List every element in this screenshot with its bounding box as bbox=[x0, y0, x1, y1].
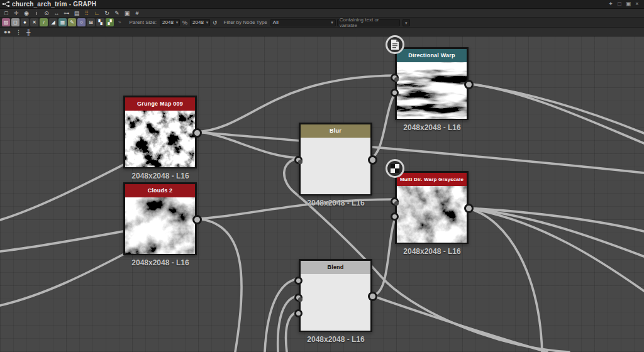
bitmap-node-icon[interactable]: ▨ bbox=[2, 18, 10, 26]
window-title: church_arch_trim - GRAPH bbox=[12, 1, 96, 8]
output-port[interactable] bbox=[464, 204, 474, 213]
noise-node-icon[interactable]: ▚ bbox=[96, 18, 104, 26]
panel-icon[interactable]: ▤ bbox=[72, 10, 81, 17]
fit-view-icon[interactable]: ↔ bbox=[52, 10, 61, 17]
node-clouds-2[interactable]: Clouds 2 bbox=[123, 182, 197, 255]
input-port[interactable] bbox=[294, 156, 303, 164]
port-dot bbox=[394, 77, 399, 82]
node-header: Multi Dir. Warp Grayscale bbox=[397, 173, 467, 186]
substance-graph-window: church_arch_trim - GRAPH ✦ □ ▣ × □ ✛ ◉ i… bbox=[0, 0, 644, 352]
node-size-label: 2048x2048 - L16 bbox=[289, 335, 383, 344]
filter-label: Filter by Node Type bbox=[224, 19, 267, 25]
close-icon[interactable]: × bbox=[633, 0, 641, 8]
port-dot bbox=[298, 160, 303, 164]
graph-canvas[interactable]: Grunge Map 009 2048x2048 - L16 Clouds 2 … bbox=[0, 36, 644, 352]
checker-icon bbox=[386, 159, 404, 178]
search-options-button[interactable]: ▾ bbox=[402, 19, 410, 26]
link-nodes-icon[interactable]: ⊶ bbox=[62, 10, 71, 17]
parent-size-width-value: 2048 bbox=[162, 19, 174, 25]
node-blur[interactable]: Blur bbox=[299, 123, 372, 195]
node-size-label: 2048x2048 - L16 bbox=[385, 247, 479, 256]
tools-icon[interactable]: ✎ bbox=[113, 10, 121, 17]
output-port[interactable] bbox=[368, 155, 377, 165]
node-header: Directional Warp bbox=[397, 49, 467, 62]
input-port[interactable] bbox=[294, 277, 303, 285]
node-blend[interactable]: Blend bbox=[299, 259, 372, 332]
tile-node-icon[interactable]: ⊞ bbox=[87, 18, 95, 26]
wire bbox=[467, 84, 644, 133]
align-nodes-icon[interactable]: ╫ bbox=[26, 28, 30, 36]
corner-link-icon[interactable]: ∟ bbox=[92, 10, 101, 17]
image-view-icon[interactable]: ▣ bbox=[123, 10, 131, 17]
pan-icon[interactable]: ✛ bbox=[12, 10, 21, 17]
zoom-icon[interactable]: ⊙ bbox=[42, 10, 51, 17]
generator-node-icon[interactable]: ▞ bbox=[106, 18, 114, 26]
parent-size-height-value: 2048 bbox=[192, 19, 204, 25]
node-size-label: 2048x2048 - L16 bbox=[113, 172, 208, 180]
frame-select-icon[interactable]: □ bbox=[2, 10, 11, 17]
dock-vertical-icon[interactable]: ⋮ bbox=[16, 28, 21, 36]
dots-grid-icon[interactable]: ⠿ bbox=[82, 10, 91, 17]
port-dot bbox=[394, 201, 399, 206]
info-icon[interactable]: i bbox=[32, 10, 41, 17]
chevron-down-icon: ▾ bbox=[176, 20, 179, 25]
wire bbox=[197, 219, 242, 352]
shuffle-node-icon[interactable]: ✕ bbox=[30, 18, 38, 26]
node-size-label: 2048x2048 - L16 bbox=[289, 199, 383, 207]
link-ratio-icon[interactable]: % bbox=[181, 19, 189, 26]
node-preview bbox=[301, 138, 370, 194]
transform-node-icon[interactable]: ▦ bbox=[58, 18, 67, 26]
gradient-node-icon[interactable]: ✎ bbox=[68, 18, 76, 26]
port-dot bbox=[298, 297, 303, 302]
pin-icon[interactable]: ✦ bbox=[606, 0, 615, 8]
parent-size-width-select[interactable]: 2048 ▾ bbox=[160, 19, 180, 26]
blur-node-icon[interactable]: ◢ bbox=[49, 18, 57, 26]
node-directional-warp[interactable]: Directional Warp bbox=[395, 47, 469, 120]
input-port[interactable] bbox=[294, 294, 303, 302]
display-toolbar: ●● ⋮ ╫ bbox=[0, 28, 644, 36]
node-header: Blend bbox=[301, 261, 370, 274]
dock-horizontal-icon[interactable]: ●● bbox=[4, 28, 11, 36]
node-grunge-map-009[interactable]: Grunge Map 009 bbox=[123, 96, 197, 168]
parent-size-height-select[interactable]: 2048 ▾ bbox=[190, 19, 210, 26]
node-size-label: 2048x2048 - L16 bbox=[113, 258, 208, 267]
output-port[interactable] bbox=[464, 80, 474, 89]
expand-icon[interactable]: » bbox=[115, 19, 124, 25]
node-size-label: 2048x2048 - L16 bbox=[385, 123, 479, 132]
graph-icon bbox=[3, 1, 9, 7]
maximize-icon[interactable]: □ bbox=[615, 0, 624, 8]
node-header: Clouds 2 bbox=[125, 184, 195, 197]
wire bbox=[467, 208, 644, 291]
node-toolbar: ▨ ◻ ● ✕ / ◢ ▦ ✎ ○ ⊞ ▚ ▞ » Parent Size: 2… bbox=[0, 18, 644, 28]
output-port[interactable] bbox=[192, 128, 202, 138]
rotate-icon[interactable]: ↻ bbox=[103, 10, 111, 17]
document-icon bbox=[386, 35, 404, 54]
input-port[interactable] bbox=[391, 212, 399, 221]
output-port[interactable] bbox=[368, 292, 377, 301]
node-preview bbox=[301, 274, 370, 331]
camera-icon[interactable]: ◉ bbox=[22, 10, 31, 17]
input-port[interactable] bbox=[391, 74, 399, 82]
frame-grid-icon[interactable]: # bbox=[133, 10, 142, 17]
reset-size-icon[interactable]: ↺ bbox=[211, 19, 219, 26]
node-preview bbox=[125, 197, 195, 254]
parent-size-label: Parent Size: bbox=[129, 19, 157, 25]
restore-icon[interactable]: ▣ bbox=[624, 0, 633, 8]
wire bbox=[467, 84, 644, 143]
title-bar: church_arch_trim - GRAPH ✦ □ ▣ × bbox=[0, 0, 644, 9]
main-toolbar: □ ✛ ◉ i ⊙ ↔ ⊶ ▤ ⠿ ∟ ↻ ✎ ▣ # bbox=[0, 9, 644, 18]
input-port[interactable] bbox=[294, 309, 303, 317]
chevron-down-icon: ▾ bbox=[206, 20, 209, 25]
levels-node-icon[interactable]: / bbox=[40, 18, 48, 26]
svg-node-icon[interactable]: ◻ bbox=[11, 18, 19, 26]
node-multi-dir-warp-grayscale[interactable]: Multi Dir. Warp Grayscale bbox=[395, 171, 469, 244]
node-preview bbox=[397, 62, 467, 119]
fill-node-icon[interactable]: ● bbox=[21, 18, 29, 26]
filter-node-type-select[interactable]: All ▾ bbox=[270, 19, 336, 26]
search-input[interactable]: Containing text or variable bbox=[337, 19, 400, 26]
output-port[interactable] bbox=[192, 215, 202, 224]
input-port[interactable] bbox=[391, 197, 399, 206]
node-header: Grunge Map 009 bbox=[125, 97, 195, 111]
input-port[interactable] bbox=[391, 89, 399, 97]
shape-node-icon[interactable]: ○ bbox=[77, 18, 86, 26]
